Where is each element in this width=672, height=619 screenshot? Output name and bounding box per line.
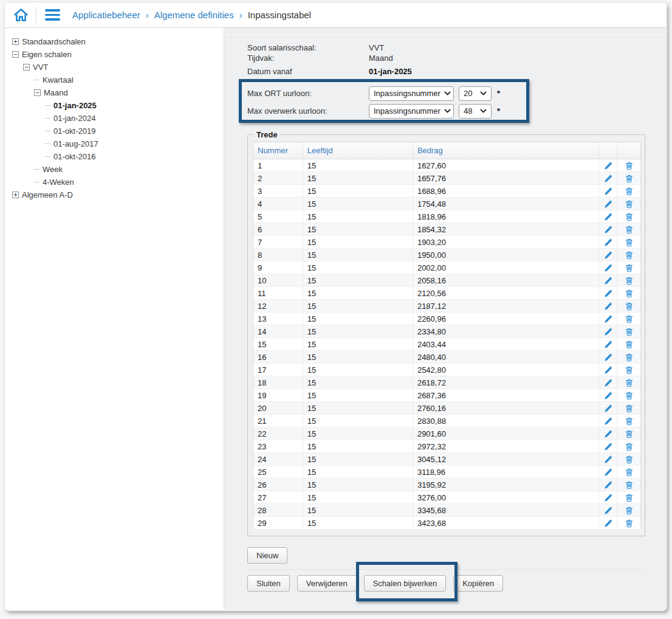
schalen-bijwerken-button[interactable]: Schalen bijwerken xyxy=(364,575,447,592)
delete-row-button[interactable] xyxy=(617,440,641,453)
delete-row-button[interactable] xyxy=(617,364,641,376)
edit-row-button[interactable] xyxy=(599,236,617,249)
max-overwerk-type-select[interactable]: Inpassingsnummer xyxy=(369,104,454,119)
table-row: 2151657,76 xyxy=(253,172,641,185)
tree-item-01-okt-2019[interactable]: 01-okt-2019 xyxy=(12,125,220,137)
tree-item-01-jan-2024[interactable]: 01-jan-2024 xyxy=(12,112,220,125)
edit-row-button[interactable] xyxy=(599,376,617,389)
edit-row-button[interactable] xyxy=(599,172,617,185)
edit-row-button[interactable] xyxy=(599,198,617,210)
edit-row-button[interactable] xyxy=(599,210,617,223)
plus-expander-icon[interactable]: + xyxy=(12,38,19,45)
tree-item-algemeen-a-d[interactable]: +Algemeen A-D xyxy=(12,188,220,201)
tree-item-4-weken[interactable]: 4-Weken xyxy=(12,176,220,188)
delete-row-button[interactable] xyxy=(617,325,641,338)
verwijderen-button[interactable]: Verwijderen xyxy=(297,575,357,592)
delete-row-button[interactable] xyxy=(617,198,641,210)
max-ort-number-select[interactable]: 20 xyxy=(459,86,492,101)
tree-item-vvt[interactable]: −VVT xyxy=(12,61,220,74)
cell-bedrag: 1854,32 xyxy=(413,223,598,236)
edit-row-button[interactable] xyxy=(599,287,617,300)
minus-expander-icon[interactable]: − xyxy=(34,89,41,96)
edit-row-button[interactable] xyxy=(599,364,617,376)
edit-row-button[interactable] xyxy=(599,402,617,415)
delete-row-button[interactable] xyxy=(617,249,641,261)
tree-item-01-okt-2016[interactable]: 01-okt-2016 xyxy=(12,150,220,163)
hamburger-menu-icon[interactable] xyxy=(44,8,61,22)
edit-row-button[interactable] xyxy=(599,300,617,313)
delete-row-button[interactable] xyxy=(617,159,641,172)
delete-row-button[interactable] xyxy=(617,389,641,402)
delete-row-button[interactable] xyxy=(617,504,641,517)
delete-row-button[interactable] xyxy=(617,223,641,236)
delete-row-button[interactable] xyxy=(617,402,641,415)
edit-row-button[interactable] xyxy=(599,351,617,364)
delete-row-button[interactable] xyxy=(617,210,641,223)
edit-row-button[interactable] xyxy=(599,274,617,287)
delete-row-button[interactable] xyxy=(617,185,641,198)
column-header-leeftijd[interactable]: Leeftijd xyxy=(303,142,413,159)
delete-row-button[interactable] xyxy=(617,261,641,274)
edit-row-button[interactable] xyxy=(599,338,617,351)
column-header-bedrag[interactable]: Bedrag xyxy=(413,142,598,159)
tree-item-week[interactable]: Week xyxy=(12,163,220,176)
minus-expander-icon[interactable]: − xyxy=(23,64,30,71)
delete-row-button[interactable] xyxy=(617,415,641,427)
edit-row-button[interactable] xyxy=(599,517,617,530)
edit-row-button[interactable] xyxy=(599,249,617,261)
nieuw-button[interactable]: Nieuw xyxy=(247,547,287,564)
home-icon xyxy=(13,8,29,22)
kopieren-button[interactable]: Kopiëren xyxy=(453,575,503,592)
edit-row-button[interactable] xyxy=(599,261,617,274)
column-header-nummer[interactable]: Nummer xyxy=(253,142,303,159)
tree-item-maand[interactable]: −Maand xyxy=(12,86,220,99)
tree-item-01-aug-2017[interactable]: 01-aug-2017 xyxy=(12,137,220,150)
edit-pencil-icon xyxy=(603,238,612,247)
chevron-down-icon xyxy=(444,109,451,113)
edit-row-button[interactable] xyxy=(599,504,617,517)
max-ort-type-select[interactable]: Inpassingsnummer xyxy=(369,86,454,101)
delete-row-button[interactable] xyxy=(617,338,641,351)
delete-row-button[interactable] xyxy=(617,427,641,440)
tree-item-01-jan-2025[interactable]: 01-jan-2025 xyxy=(12,99,220,112)
edit-row-button[interactable] xyxy=(599,440,617,453)
tree-item-eigen-schalen[interactable]: −Eigen schalen xyxy=(12,48,220,61)
breadcrumb-applicatiebeheer[interactable]: Applicatiebeheer xyxy=(72,10,140,20)
delete-row-button[interactable] xyxy=(617,274,641,287)
home-button[interactable] xyxy=(13,8,29,22)
edit-row-button[interactable] xyxy=(599,453,617,466)
sluiten-button[interactable]: Sluiten xyxy=(247,575,290,592)
edit-row-button[interactable] xyxy=(599,479,617,491)
edit-row-button[interactable] xyxy=(599,491,617,504)
delete-row-button[interactable] xyxy=(617,300,641,313)
edit-row-button[interactable] xyxy=(599,427,617,440)
breadcrumb-algemene-definities[interactable]: Algemene definities xyxy=(154,10,234,20)
table-row: 29153423,68 xyxy=(253,517,641,530)
edit-row-button[interactable] xyxy=(599,185,617,198)
max-overwerk-number-select[interactable]: 48 xyxy=(459,104,492,119)
cell-leeftijd: 15 xyxy=(303,236,413,249)
delete-row-button[interactable] xyxy=(617,313,641,325)
plus-expander-icon[interactable]: + xyxy=(12,192,19,198)
edit-row-button[interactable] xyxy=(599,313,617,325)
delete-row-button[interactable] xyxy=(617,479,641,491)
edit-row-button[interactable] xyxy=(599,325,617,338)
delete-row-button[interactable] xyxy=(617,287,641,300)
delete-row-button[interactable] xyxy=(617,491,641,504)
edit-row-button[interactable] xyxy=(599,159,617,172)
delete-row-button[interactable] xyxy=(617,376,641,389)
table-row: 14152334,80 xyxy=(253,325,641,338)
delete-row-button[interactable] xyxy=(617,351,641,364)
edit-row-button[interactable] xyxy=(599,415,617,427)
edit-row-button[interactable] xyxy=(599,466,617,479)
edit-row-button[interactable] xyxy=(599,389,617,402)
delete-row-button[interactable] xyxy=(617,466,641,479)
minus-expander-icon[interactable]: − xyxy=(12,51,19,58)
tree-item-standaardschalen[interactable]: +Standaardschalen xyxy=(12,35,220,48)
delete-row-button[interactable] xyxy=(617,236,641,249)
delete-row-button[interactable] xyxy=(617,517,641,530)
delete-row-button[interactable] xyxy=(617,172,641,185)
edit-row-button[interactable] xyxy=(599,223,617,236)
tree-item-kwartaal[interactable]: Kwartaal xyxy=(12,74,220,86)
delete-row-button[interactable] xyxy=(617,453,641,466)
